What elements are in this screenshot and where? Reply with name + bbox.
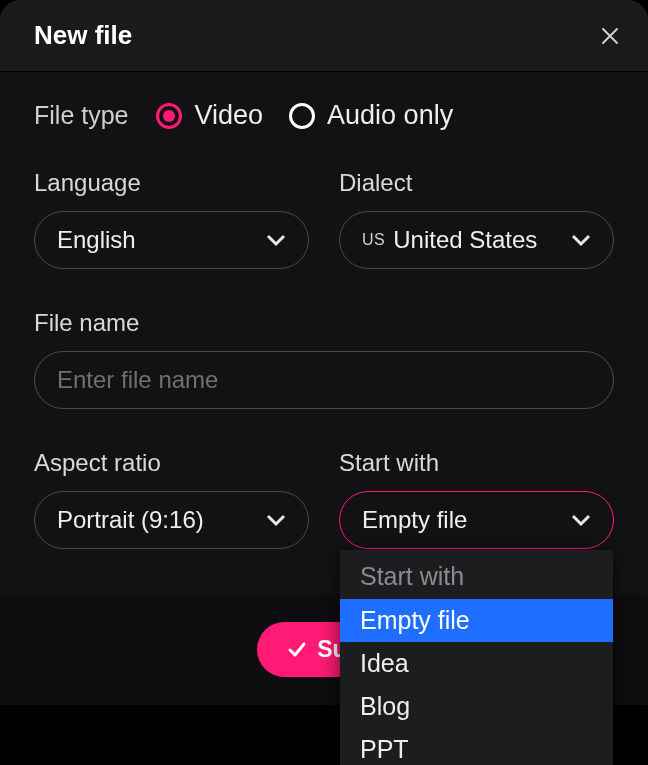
modal-header: New file [0, 0, 648, 72]
check-icon [287, 640, 307, 660]
dropdown-item-idea[interactable]: Idea [340, 642, 613, 685]
dialect-field: Dialect us United States [339, 169, 614, 269]
chevron-down-icon [266, 233, 286, 247]
radio-label: Video [194, 100, 263, 131]
language-value: English [57, 226, 136, 254]
aspect-ratio-label: Aspect ratio [34, 449, 309, 477]
flag-icon: us [362, 231, 385, 249]
file-type-audio-radio[interactable]: Audio only [289, 100, 453, 131]
chevron-down-icon [266, 513, 286, 527]
language-field: Language English [34, 169, 309, 269]
file-type-row: File type Video Audio only [34, 100, 614, 131]
dialect-label: Dialect [339, 169, 614, 197]
aspect-ratio-field: Aspect ratio Portrait (9:16) [34, 449, 309, 549]
close-icon [600, 26, 620, 46]
radio-icon [156, 103, 182, 129]
modal-title: New file [34, 20, 132, 51]
dropdown-item-blog[interactable]: Blog [340, 685, 613, 728]
dialect-value: United States [393, 226, 537, 254]
chevron-down-icon [571, 233, 591, 247]
dropdown-item-ppt[interactable]: PPT [340, 728, 613, 765]
file-type-video-radio[interactable]: Video [156, 100, 263, 131]
aspect-ratio-select[interactable]: Portrait (9:16) [34, 491, 309, 549]
start-with-field: Start with Empty file Start with Empty f… [339, 449, 614, 549]
file-name-input-wrap[interactable] [34, 351, 614, 409]
language-label: Language [34, 169, 309, 197]
close-button[interactable] [596, 22, 624, 50]
aspect-start-row: Aspect ratio Portrait (9:16) Start with … [34, 449, 614, 549]
start-with-label: Start with [339, 449, 614, 477]
file-name-label: File name [34, 309, 614, 337]
file-type-label: File type [34, 101, 128, 130]
chevron-down-icon [571, 513, 591, 527]
new-file-modal: New file File type Video Audio only Lang… [0, 0, 648, 765]
aspect-ratio-value: Portrait (9:16) [57, 506, 204, 534]
modal-body: File type Video Audio only Language Engl… [0, 72, 648, 609]
file-name-field: File name [34, 309, 614, 409]
language-select[interactable]: English [34, 211, 309, 269]
dropdown-header: Start with [340, 554, 613, 599]
dropdown-item-empty-file[interactable]: Empty file [340, 599, 613, 642]
radio-label: Audio only [327, 100, 453, 131]
file-name-input[interactable] [57, 366, 591, 394]
radio-icon [289, 103, 315, 129]
dialect-select[interactable]: us United States [339, 211, 614, 269]
start-with-select[interactable]: Empty file Start with Empty file Idea Bl… [339, 491, 614, 549]
language-dialect-row: Language English Dialect us United State… [34, 169, 614, 269]
start-with-value: Empty file [362, 506, 467, 534]
start-with-dropdown: Start with Empty file Idea Blog PPT Twee… [340, 550, 613, 765]
